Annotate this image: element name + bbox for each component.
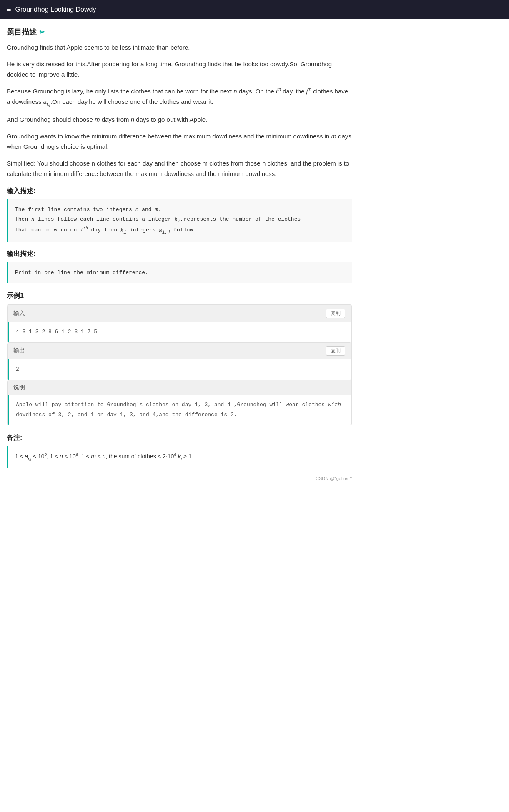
example1-title: 示例1 xyxy=(7,292,352,300)
problem-title: 题目描述 ✂ xyxy=(7,27,352,37)
remark-content: 1 ≤ ai,j ≤ 109, 1 ≤ n ≤ 106, 1 ≤ m ≤ n, … xyxy=(7,446,352,467)
tool-icon: ✂ xyxy=(39,28,45,36)
page-header: ≡ Groundhog Looking Dowdy xyxy=(0,0,509,19)
input-label: 输入 xyxy=(13,310,25,317)
output-header: 输出 复制 xyxy=(8,343,351,359)
paragraph-4: And Groundhog should choose m days from … xyxy=(7,114,352,125)
paragraph-1: Groundhog finds that Apple seems to be l… xyxy=(7,42,352,53)
input-content: 4 3 1 3 2 8 6 1 2 3 1 7 5 xyxy=(8,322,351,342)
menu-icon[interactable]: ≡ xyxy=(7,5,11,14)
paragraph-5: Groundhog wants to know the minimum diff… xyxy=(7,131,352,152)
csdn-badge: CSDN @*goliter * xyxy=(7,476,352,481)
output-copy-button[interactable]: 复制 xyxy=(326,346,345,356)
explain-box: 说明 Apple will pay attention to Groundhog… xyxy=(7,380,351,425)
input-box: 输入 复制 4 3 1 3 2 8 6 1 2 3 1 7 5 xyxy=(7,305,351,343)
example1-group: 输入 复制 4 3 1 3 2 8 6 1 2 3 1 7 5 输出 复制 2 … xyxy=(7,304,352,425)
paragraph-3: Because Groundhog is lazy, he only lists… xyxy=(7,86,352,109)
main-content: 题目描述 ✂ Groundhog finds that Apple seems … xyxy=(0,19,359,498)
output-box: 输出 复制 2 xyxy=(7,343,351,380)
paragraph-6: Simplified: You should choose n clothes … xyxy=(7,158,352,179)
remark-title: 备注: xyxy=(7,434,352,442)
input-copy-button[interactable]: 复制 xyxy=(326,309,345,318)
input-header: 输入 复制 xyxy=(8,305,351,322)
explain-content: Apple will pay attention to Groundhog's … xyxy=(8,395,351,425)
input-desc-title: 输入描述: xyxy=(7,187,352,196)
paragraph-2: He is very distressed for this.After pon… xyxy=(7,59,352,80)
explain-header: 说明 xyxy=(8,380,351,395)
output-desc-code: Print in one line the minimum difference… xyxy=(7,262,352,283)
output-desc-title: 输出描述: xyxy=(7,250,352,259)
input-desc-code: The first line contains two integers n a… xyxy=(7,199,352,242)
output-label: 输出 xyxy=(13,347,25,354)
output-content: 2 xyxy=(8,359,351,380)
header-title: Groundhog Looking Dowdy xyxy=(15,6,96,13)
